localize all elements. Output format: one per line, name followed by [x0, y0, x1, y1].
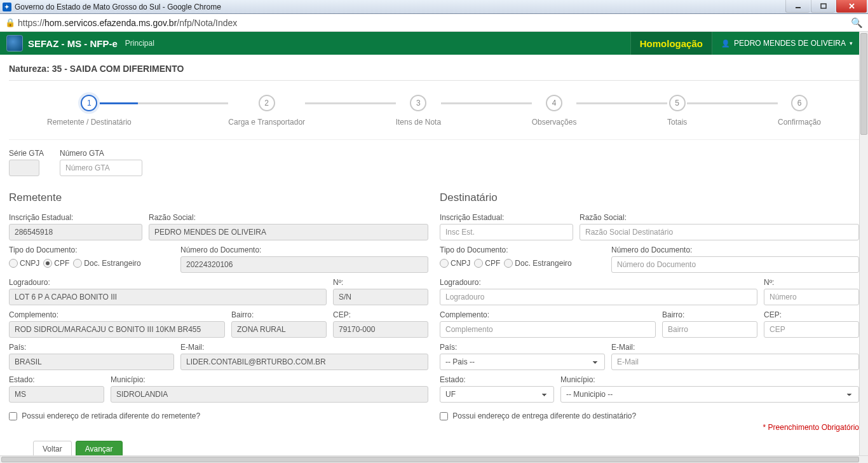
rem-razao-input[interactable]	[149, 224, 428, 240]
serie-gta-input[interactable]	[9, 160, 39, 176]
window-controls	[785, 0, 868, 13]
user-menu[interactable]: 👤 PEDRO MENDES DE OLIVEIRA ▾	[712, 32, 862, 55]
rem-ie-input[interactable]	[9, 224, 142, 240]
dest-numdoc-label: Número do Documento:	[611, 245, 859, 254]
dest-email-label: E-Mail:	[611, 343, 859, 352]
dest-cep-label: CEP:	[764, 310, 859, 319]
dest-razao-input[interactable]	[580, 224, 859, 240]
rem-municipio-select[interactable]: SIDROLANDIA	[111, 386, 428, 403]
dest-pais-select[interactable]: -- Pais --	[440, 354, 605, 370]
user-icon: 👤	[721, 39, 730, 48]
step-1-label: Remetente / Destinatário	[47, 118, 132, 127]
dest-numero-input[interactable]	[764, 289, 859, 305]
url-scheme: https://	[18, 18, 44, 28]
dest-estado-select[interactable]: UF	[440, 386, 554, 403]
url-host: hom.servicos.efazenda.ms.gov.br	[44, 18, 177, 28]
window-close-button[interactable]	[836, 0, 867, 13]
window-minimize-button[interactable]	[785, 0, 810, 13]
step-6[interactable]: 6 Confirmação	[778, 95, 821, 127]
step-6-label: Confirmação	[778, 118, 821, 127]
dest-tipodoc-label: Tipo do Documento:	[440, 245, 605, 254]
step-4[interactable]: 4 Observações	[532, 95, 577, 127]
rem-numero-label: Nº:	[333, 278, 428, 287]
rem-numero-input[interactable]	[333, 289, 428, 305]
step-3-label: Itens de Nota	[396, 118, 441, 127]
dest-ie-input[interactable]	[440, 224, 573, 240]
dest-bairro-input[interactable]	[662, 321, 757, 338]
serie-gta-label: Série GTA	[9, 149, 47, 158]
destinatario-section: Destinatário Inscrição Estadual: Razão S…	[440, 185, 859, 432]
rem-retirada-checkbox[interactable]	[9, 412, 17, 420]
step-5-label: Totais	[667, 118, 687, 127]
step-1-circle: 1	[81, 95, 97, 111]
dest-estado-label: Estado:	[440, 375, 554, 384]
rem-cep-label: CEP:	[333, 310, 428, 319]
vertical-scrollbar[interactable]	[859, 32, 868, 455]
address-bar[interactable]: 🔒 https://hom.servicos.efazenda.ms.gov.b…	[0, 14, 868, 32]
dest-complemento-label: Complemento:	[440, 310, 656, 319]
dest-municipio-label: Município:	[560, 375, 859, 384]
dest-radio-estrangeiro[interactable]: Doc. Estrangeiro	[504, 259, 571, 268]
dest-entrega-checkbox[interactable]	[440, 412, 448, 420]
rem-ie-label: Inscrição Estadual:	[9, 213, 142, 222]
step-2-circle: 2	[259, 95, 275, 111]
url-text: https://hom.servicos.efazenda.ms.gov.br/…	[18, 18, 237, 28]
rem-complemento-input[interactable]	[9, 321, 225, 338]
step-1[interactable]: 1 Remetente / Destinatário	[47, 95, 132, 127]
dest-logradouro-input[interactable]	[440, 289, 757, 305]
step-4-label: Observações	[532, 118, 577, 127]
rem-cep-input[interactable]	[333, 321, 428, 338]
rem-logradouro-input[interactable]	[9, 289, 327, 305]
rem-razao-label: Razão Social:	[149, 213, 428, 222]
step-2-label: Carga e Transportador	[228, 118, 305, 127]
nav-principal[interactable]: Principal	[125, 39, 154, 48]
dest-pais-label: País:	[440, 343, 605, 352]
stepper: 1 Remetente / Destinatário 2 Carga e Tra…	[9, 95, 859, 140]
rem-radio-cnpj[interactable]: CNPJ	[9, 259, 39, 268]
window-title: Governo do Estado de Mato Grosso do Sul …	[15, 3, 221, 11]
rem-numdoc-input[interactable]	[180, 256, 428, 273]
rem-pais-label: País:	[9, 343, 174, 352]
window-maximize-button[interactable]	[811, 0, 835, 13]
dest-numdoc-input[interactable]	[611, 256, 859, 273]
dest-logradouro-label: Logradouro:	[440, 278, 757, 287]
numero-gta-label: Número GTA	[60, 149, 161, 158]
dest-complemento-input[interactable]	[440, 321, 656, 338]
numero-gta-input[interactable]	[60, 160, 142, 176]
dest-entrega-label: Possui endereço de entrega diferente do …	[452, 411, 636, 420]
svg-rect-1	[821, 4, 826, 8]
step-line-5	[687, 102, 778, 104]
url-path: /nfp/Nota/Index	[177, 18, 237, 28]
dest-radio-cnpj[interactable]: CNPJ	[440, 259, 470, 268]
rem-email-input[interactable]	[180, 354, 428, 370]
search-icon[interactable]: 🔍	[851, 17, 863, 29]
rem-pais-select[interactable]: BRASIL	[9, 354, 174, 370]
rem-bairro-label: Bairro:	[231, 310, 327, 319]
dest-cep-input[interactable]	[764, 321, 859, 338]
step-2[interactable]: 2 Carga e Transportador	[228, 95, 305, 127]
required-note: * Preenchimento Obrigatório	[440, 423, 859, 432]
horizontal-scrollbar[interactable]	[0, 455, 868, 463]
dest-razao-label: Razão Social:	[580, 213, 859, 222]
brand-title: SEFAZ - MS - NFP-e	[28, 38, 118, 49]
state-logo-icon	[6, 35, 23, 52]
step-line-1b	[138, 102, 229, 104]
chevron-down-icon: ▾	[850, 40, 853, 46]
rem-numdoc-label: Número do Documento:	[180, 245, 428, 254]
step-3[interactable]: 3 Itens de Nota	[396, 95, 441, 127]
rem-radio-cpf[interactable]: CPF	[43, 259, 69, 268]
dest-numero-label: Nº:	[764, 278, 859, 287]
rem-estado-select[interactable]: MS	[9, 386, 104, 403]
dest-municipio-select[interactable]: -- Municipio --	[560, 386, 859, 403]
rem-bairro-input[interactable]	[231, 321, 327, 338]
dest-email-input[interactable]	[611, 354, 859, 370]
rem-municipio-label: Município:	[111, 375, 428, 384]
step-line-2	[305, 102, 396, 104]
remetente-section: Remetente Inscrição Estadual: Razão Soci…	[9, 185, 428, 432]
step-5[interactable]: 5 Totais	[667, 95, 687, 127]
step-line-4	[576, 102, 667, 104]
lock-icon: 🔒	[5, 18, 15, 27]
app-favicon: ✦	[3, 3, 11, 11]
rem-radio-estrangeiro[interactable]: Doc. Estrangeiro	[73, 259, 140, 268]
dest-radio-cpf[interactable]: CPF	[474, 259, 500, 268]
